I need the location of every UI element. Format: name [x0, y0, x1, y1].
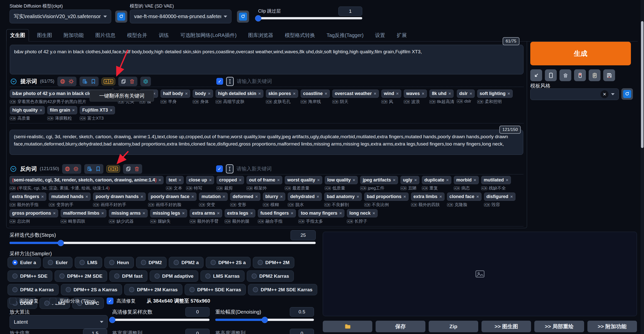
tag-remove-button[interactable]: ×	[72, 108, 75, 113]
marker-icon[interactable]	[574, 69, 586, 81]
gear-icon[interactable]	[72, 165, 80, 173]
clip-skip-value[interactable]: 1	[338, 7, 362, 16]
tag-remove-button[interactable]: ×	[41, 194, 44, 199]
prompt-tag[interactable]: (semi-realistic, cgi, 3d, render, sketch…	[10, 176, 164, 184]
prompt-tag[interactable]: long neck×	[347, 209, 378, 217]
scrollbar[interactable]	[640, 0, 644, 334]
prompt-tag[interactable]: duplicate×	[422, 176, 451, 184]
prompt-tag[interactable]: high quality×	[10, 106, 45, 114]
tag-remove-button[interactable]: ×	[86, 194, 88, 199]
history-icon[interactable]	[86, 165, 93, 173]
tag-remove-button[interactable]: ×	[179, 178, 181, 183]
resize-height-value[interactable]: 0	[290, 329, 314, 334]
new-keyword-input[interactable]: 请输入新关键词	[237, 78, 524, 85]
prompt-tag[interactable]: low quality×	[325, 176, 358, 184]
prompt-tag[interactable]: overcast weather×	[332, 89, 379, 98]
prompt-tag[interactable]: dslr×	[457, 89, 475, 98]
slider-handle[interactable]	[109, 317, 115, 323]
translate-all-button[interactable]: AB	[102, 78, 115, 85]
prompt-tag[interactable]: dehydrated×	[288, 193, 322, 201]
prompt-tag[interactable]: too many fingers×	[298, 209, 344, 217]
save-icon[interactable]	[603, 69, 615, 81]
denoising-slider[interactable]	[215, 319, 314, 321]
sampler-option-DPM++-2M-SDE[interactable]: DPM++ 2M SDE	[55, 270, 107, 282]
face-restore-option[interactable]: 面部修复	[10, 298, 38, 304]
prompt-tag[interactable]: poorly drawn hands×	[93, 193, 146, 201]
prompt-tag[interactable]: extra legs×	[225, 209, 255, 217]
negative-prompt-textarea[interactable]: (semi-realistic, cgi, 3d, render, sketch…	[10, 130, 523, 155]
tag-remove-button[interactable]: ×	[393, 178, 395, 183]
tab-训练[interactable]: 训练	[155, 29, 172, 41]
sampler-option-DPM-fast[interactable]: DPM fast	[109, 270, 147, 282]
prompt-tag[interactable]: high detailed skin×	[216, 89, 263, 98]
sampler-option-DPM2-a-Karras[interactable]: DPM2 a Karras	[8, 284, 59, 295]
denoising-value[interactable]: 0.5	[290, 307, 314, 317]
tag-remove-button[interactable]: ×	[510, 194, 513, 199]
globe-icon[interactable]	[64, 165, 71, 173]
open-folder-button[interactable]	[323, 321, 372, 332]
trash-icon[interactable]	[128, 78, 136, 85]
tag-remove-button[interactable]: ×	[439, 194, 442, 199]
copy-icon[interactable]	[125, 165, 132, 173]
tiling-option[interactable]: 平铺/分块 (Tiling)	[50, 298, 96, 304]
tab-Tag反推(Tagger)[interactable]: Tag反推(Tagger)	[323, 29, 367, 41]
prompt-tag[interactable]: worst quality×	[285, 176, 322, 184]
tag-remove-button[interactable]: ×	[291, 211, 293, 216]
prompt-tag[interactable]: malformed limbs×	[61, 209, 106, 217]
vae-refresh-button[interactable]	[237, 11, 249, 23]
tag-remove-button[interactable]: ×	[373, 211, 375, 216]
sampler-option-Euler-a[interactable]: Euler a	[8, 257, 41, 268]
resize-width-value[interactable]: 0	[185, 329, 210, 334]
tag-remove-button[interactable]: ×	[217, 211, 220, 216]
prompt-tag[interactable]: film grain×	[47, 106, 77, 114]
tag-remove-button[interactable]: ×	[446, 178, 449, 183]
basket-icon[interactable]	[559, 69, 571, 81]
prompt-tag[interactable]: deformed×	[230, 193, 260, 201]
tag-remove-button[interactable]: ×	[223, 194, 225, 199]
prompt-tag[interactable]: coastline×	[301, 89, 330, 98]
bookmark-icon[interactable]	[94, 165, 102, 173]
scrollbar-thumb[interactable]	[641, 21, 643, 148]
page-icon[interactable]	[545, 69, 557, 81]
tag-remove-button[interactable]: ×	[277, 178, 280, 183]
prompt-tag[interactable]: soft lighting×	[477, 89, 513, 98]
prompt-tag[interactable]: close up×	[186, 176, 214, 184]
auto-translate-checkbox[interactable]	[216, 165, 223, 172]
collapse-icon[interactable]	[10, 165, 17, 173]
tag-remove-button[interactable]: ×	[293, 91, 296, 96]
prompt-tag[interactable]: out of frame×	[247, 176, 282, 184]
tag-remove-button[interactable]: ×	[353, 178, 355, 183]
face-restore-checkbox[interactable]	[10, 298, 16, 304]
steps-slider[interactable]	[10, 242, 316, 244]
globe-icon[interactable]	[59, 78, 66, 85]
tag-remove-button[interactable]: ×	[317, 178, 320, 183]
gallery-button-5[interactable]: >> 附加功能	[587, 321, 637, 332]
hires-steps-value[interactable]: 0	[185, 307, 210, 317]
tag-remove-button[interactable]: ×	[191, 194, 194, 199]
tag-remove-button[interactable]: ×	[422, 91, 424, 96]
tab-模型合并[interactable]: 模型合并	[124, 29, 151, 41]
tag-remove-button[interactable]: ×	[476, 194, 479, 199]
checkpoint-refresh-button[interactable]	[115, 11, 127, 23]
sampler-option-DPM++-2S-a-Karras[interactable]: DPM++ 2S a Karras	[61, 284, 122, 295]
tag-remove-button[interactable]: ×	[280, 194, 283, 199]
sampler-option-LMS-Karras[interactable]: LMS Karras	[200, 270, 245, 282]
tag-remove-button[interactable]: ×	[250, 211, 253, 216]
generate-button[interactable]: 生成	[530, 42, 631, 65]
prompt-tag[interactable]: bad anatomy×	[324, 193, 362, 201]
slider-handle[interactable]	[58, 240, 64, 246]
prompt-tag[interactable]: blurry×	[263, 193, 285, 201]
new-keyword-input[interactable]: 请输入新关键词	[236, 165, 523, 172]
tag-remove-button[interactable]: ×	[158, 178, 161, 183]
sampler-option-Euler[interactable]: Euler	[43, 257, 72, 268]
tag-remove-button[interactable]: ×	[339, 211, 342, 216]
gallery-button-3[interactable]: >> 图生图	[481, 321, 531, 332]
tag-remove-button[interactable]: ×	[185, 91, 188, 96]
prompt-tag[interactable]: mutated hands×	[49, 193, 91, 201]
sampler-option-DPM++-2M-Karras[interactable]: DPM++ 2M Karras	[124, 284, 182, 295]
prompt-tag[interactable]: cropped×	[217, 176, 244, 184]
sampler-option-DPM++-2S-a[interactable]: DPM++ 2S a	[206, 257, 251, 268]
tag-remove-button[interactable]: ×	[414, 178, 417, 183]
tab-图生图[interactable]: 图生图	[33, 29, 56, 41]
gallery-button-4[interactable]: >> 局部重绘	[534, 321, 584, 332]
